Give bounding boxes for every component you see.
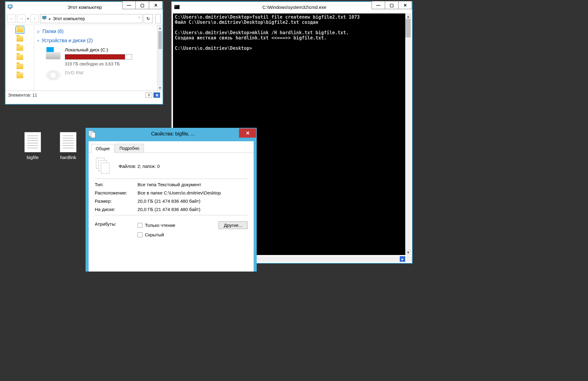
refresh-button[interactable]: ↻ xyxy=(144,14,153,23)
explorer-statusbar: Элементов: 11 ☰ ▦ xyxy=(6,91,163,99)
prop-size-label: Размер: xyxy=(95,198,138,204)
prop-location-label: Расположение: xyxy=(95,190,138,195)
sidebar-folder[interactable] xyxy=(17,45,23,51)
drive-c-capacity-bar xyxy=(65,54,132,60)
drive-c-name: Локальный диск (C:) xyxy=(65,47,152,52)
history-dropdown-icon[interactable]: ▾ xyxy=(27,16,29,21)
breadcrumb-arrow-icon[interactable]: ▸ xyxy=(49,16,51,21)
tab-general[interactable]: Общие xyxy=(91,144,114,153)
explorer-sidebar xyxy=(6,25,34,91)
dvd-icon xyxy=(46,70,61,80)
maximize-button[interactable]: ▢ xyxy=(136,1,149,9)
file-icon xyxy=(60,132,76,152)
explorer-toolbar: ← → ▾ ↑ ▸ Этот компьютер ˅ ↻ xyxy=(6,12,163,25)
address-dropdown-icon[interactable]: ˅ xyxy=(138,16,140,21)
sidebar-folder[interactable] xyxy=(17,27,23,32)
svg-rect-3 xyxy=(42,16,46,19)
properties-title: Свойства: bigfile, ... xyxy=(98,131,257,137)
cmd-titlebar[interactable]: C:\Windows\system32\cmd.exe — ▢ ✕ xyxy=(172,2,412,12)
scroll-thumb[interactable] xyxy=(158,31,162,49)
search-box[interactable] xyxy=(155,14,161,23)
group-devices-header[interactable]: ▿ Устройства и диски (2) xyxy=(37,36,154,45)
minimize-button[interactable]: — xyxy=(372,1,385,9)
minimize-button[interactable]: — xyxy=(122,1,136,9)
maximize-button[interactable]: ▢ xyxy=(385,1,399,9)
close-button[interactable]: ✕ xyxy=(399,1,412,9)
cmd-icon xyxy=(174,5,180,9)
prop-size-on-disk-label: На диске: xyxy=(95,207,138,212)
drive-c-icon xyxy=(46,47,61,59)
status-text: Элементов: 11 xyxy=(8,93,37,98)
prop-size-value: 20,0 ГБ (21 474 836 480 байт) xyxy=(138,198,248,204)
scroll-down-icon[interactable]: ▾ xyxy=(405,250,411,255)
drive-c-free: 319 ГБ свободно из 3,63 ТБ xyxy=(65,61,152,66)
svg-rect-4 xyxy=(43,19,45,20)
file-icon xyxy=(24,132,41,152)
scroll-up-icon[interactable]: ▴ xyxy=(405,13,411,19)
explorer-titlebar[interactable]: Этот компьютер — ▢ ✕ xyxy=(6,2,163,12)
explorer-vscrollbar[interactable]: ▴ ▾ xyxy=(157,25,163,91)
address-text[interactable]: Этот компьютер xyxy=(53,16,85,21)
properties-window: Свойства: bigfile, ... ✕ Общие Подробно … xyxy=(86,128,257,272)
files-icon xyxy=(89,131,95,137)
group-folders-label: Папки (6) xyxy=(42,29,64,34)
svg-rect-2 xyxy=(9,8,11,9)
hidden-checkbox[interactable] xyxy=(138,232,142,237)
prop-location-value: Все в папке C:\Users\o.dmitriev\Desktop xyxy=(138,190,248,195)
desktop-icon-hardlink[interactable]: hardlink xyxy=(51,132,85,160)
address-bar[interactable]: ▸ Этот компьютер ˅ xyxy=(40,14,142,23)
hidden-label: Скрытый xyxy=(145,232,164,237)
drive-item-dvd[interactable]: DVD RW xyxy=(37,68,154,82)
address-computer-icon xyxy=(42,16,47,21)
chevron-right-icon[interactable]: ▷ xyxy=(37,29,40,34)
sidebar-folder[interactable] xyxy=(17,64,23,69)
properties-summary: Файлов: 2; папок: 0 xyxy=(119,164,160,169)
attributes-other-button[interactable]: Другие... xyxy=(219,221,248,229)
readonly-label: Только чтение xyxy=(145,223,175,228)
nav-back-button[interactable]: ← xyxy=(7,14,16,23)
desktop-icon-label: hardlink xyxy=(51,155,85,160)
sidebar-folder[interactable] xyxy=(17,54,23,60)
sidebar-folder[interactable] xyxy=(17,36,23,42)
desktop-icon-label: bigfile xyxy=(16,155,50,160)
prop-size-on-disk-value: 20,0 ГБ (21 474 836 480 байт) xyxy=(138,207,248,212)
explorer-window: Этот компьютер — ▢ ✕ ← → ▾ ↑ ▸ Этот комп… xyxy=(5,1,163,105)
close-button[interactable]: ✕ xyxy=(239,128,256,138)
files-stack-icon xyxy=(95,158,109,174)
dvd-name: DVD RW xyxy=(65,70,152,75)
computer-icon xyxy=(7,4,13,10)
resize-grip-icon[interactable] xyxy=(406,256,412,262)
nav-forward-button[interactable]: → xyxy=(17,14,26,23)
readonly-checkbox[interactable] xyxy=(138,223,142,228)
scroll-up-icon[interactable]: ▴ xyxy=(157,25,163,31)
prop-type-label: Тип: xyxy=(95,182,138,187)
view-large-icons-button[interactable]: ▦ xyxy=(153,92,160,98)
explorer-content[interactable]: ▷ Папки (6) ▿ Устройства и диски (2) Лок… xyxy=(34,25,157,91)
group-devices-label: Устройства и диски (2) xyxy=(42,38,93,43)
close-button[interactable]: ✕ xyxy=(149,1,163,9)
sidebar-folder[interactable] xyxy=(17,73,23,78)
properties-tabs: Общие Подробно xyxy=(89,141,254,153)
view-details-button[interactable]: ☰ xyxy=(145,92,152,98)
scroll-right-icon[interactable]: ▸ xyxy=(400,256,405,262)
properties-titlebar[interactable]: Свойства: bigfile, ... xyxy=(86,128,257,140)
group-folders-header[interactable]: ▷ Папки (6) xyxy=(37,27,154,36)
scroll-down-icon[interactable]: ▾ xyxy=(157,85,163,91)
tab-details[interactable]: Подробно xyxy=(115,144,144,153)
svg-rect-1 xyxy=(9,6,12,7)
scroll-thumb[interactable] xyxy=(405,19,411,37)
cmd-vscrollbar[interactable]: ▴ ▾ xyxy=(405,13,411,255)
nav-up-button[interactable]: ↑ xyxy=(30,14,39,23)
desktop-icon-bigfile[interactable]: bigfile xyxy=(16,132,50,160)
prop-attributes-label: Атрибуты: xyxy=(95,221,138,227)
drive-item-c[interactable]: Локальный диск (C:) 319 ГБ свободно из 3… xyxy=(37,45,154,68)
chevron-down-icon[interactable]: ▿ xyxy=(37,39,39,43)
prop-type-value: Все типа Текстовый документ xyxy=(138,182,248,187)
